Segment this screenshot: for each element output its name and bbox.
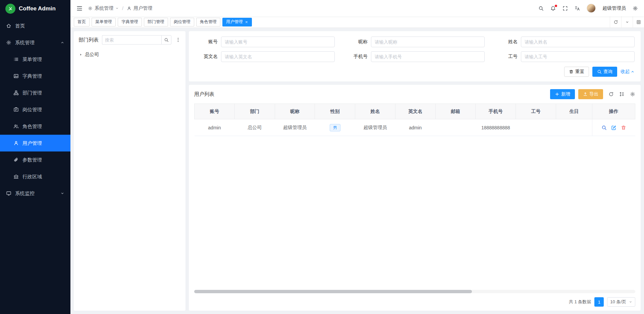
horizontal-scrollbar-track[interactable] [194,290,635,293]
fullscreen-icon [562,6,568,11]
cell-operations [592,119,635,136]
tree-node-label: 总公司 [85,52,99,58]
field-account: 账号 [195,37,335,47]
column-header: 操作 [592,104,635,119]
column-header: 生日 [556,104,592,119]
tab-role-mgmt[interactable]: 角色管理 [196,18,220,26]
tab-menu-mgmt[interactable]: 菜单管理 [92,18,116,26]
sidebar-item-dict-mgmt[interactable]: 字典管理 [0,68,70,84]
fullscreen-button[interactable] [562,6,568,11]
trash-icon [621,125,626,130]
tab-close-icon[interactable] [245,20,248,24]
edit-icon [611,125,616,130]
department-more-button[interactable] [175,37,181,43]
people-icon [13,124,19,129]
cell-name: 超级管理员 [355,119,395,136]
cell-english-name: admin [395,119,435,136]
home-icon [6,23,11,28]
translate-button[interactable] [575,6,580,11]
topbar: 系统管理 / 用户管理 超级管理员 [70,0,644,16]
department-tree: 总公司 [74,48,185,61]
column-header: 昵称 [275,104,315,119]
export-button[interactable]: 导出 [578,89,603,99]
field-label: 昵称 [345,39,371,45]
caret-right-icon[interactable] [79,53,83,56]
row-height-button[interactable] [619,91,625,97]
sidebar-item-admin-region[interactable]: 行政区域 [0,168,70,185]
tree-node-head-office[interactable]: 总公司 [76,49,183,60]
table-settings-button[interactable] [630,91,635,97]
sidebar-item-user-mgmt[interactable]: 用户管理 [0,135,70,151]
name-input[interactable] [521,37,635,47]
add-user-button[interactable]: 新增 [550,89,575,99]
page-size-select[interactable]: 10 条/页 [607,297,635,307]
column-header: 邮箱 [435,104,476,119]
phone-input[interactable] [371,51,485,62]
view-user-button[interactable] [601,125,607,130]
table-refresh-button[interactable] [608,91,614,97]
pagination-total: 共 1 条数据 [569,299,591,305]
sidebar-collapse-button[interactable] [76,5,83,11]
field-work-no: 工号 [495,51,635,62]
user-list-card: 用户列表 新增 导出 [189,85,641,311]
user-name[interactable]: 超级管理员 [602,5,626,11]
department-search-input[interactable] [102,35,161,45]
global-search-button[interactable] [538,6,544,11]
reset-button[interactable]: 重置 [564,67,589,77]
query-button[interactable]: 查询 [592,67,617,77]
tab-dict-mgmt[interactable]: 字典管理 [118,18,142,26]
work-no-input[interactable] [521,51,635,62]
tab-home[interactable]: 首页 [74,18,90,26]
sidebar-item-param-mgmt[interactable]: 参数管理 [0,151,70,168]
search-form-card: 账号 昵称 姓名 英文名 [189,31,641,81]
right-column: 账号 昵称 姓名 英文名 [189,31,641,311]
field-label: 姓名 [495,39,521,45]
department-search-button[interactable] [161,35,171,45]
edit-user-button[interactable] [611,125,616,130]
notification-badge [555,5,557,7]
page-1-button[interactable]: 1 [594,297,604,307]
app-logo[interactable]: Coffee Admin [0,0,70,17]
breadcrumb-item-system[interactable]: 系统管理 [95,5,113,11]
cell-nickname: 超级管理员 [275,119,315,136]
tabs-menu-button[interactable] [621,16,633,27]
sidebar-item-label: 岗位管理 [22,107,64,113]
content-maximize-button[interactable] [633,16,644,27]
column-header: 账号 [195,104,235,119]
delete-user-button[interactable] [621,125,626,130]
account-input[interactable] [221,37,335,47]
sidebar-item-system-monitor[interactable]: 系统监控 [0,185,70,202]
sidebar-item-role-mgmt[interactable]: 角色管理 [0,118,70,135]
tab-user-mgmt[interactable]: 用户管理 [222,18,252,26]
tab-dept-mgmt[interactable]: 部门管理 [144,18,168,26]
tabbar-actions [610,16,644,27]
sidebar-item-menu-mgmt[interactable]: 菜单管理 [0,51,70,68]
gear-icon [88,6,93,11]
column-header: 英文名 [395,104,435,119]
tabs-refresh-button[interactable] [610,16,621,27]
horizontal-scrollbar-thumb[interactable] [194,290,472,293]
field-label: 手机号 [345,54,371,60]
maximize-icon [636,20,641,24]
cell-phone: 18888888888 [476,119,516,136]
english-name-input[interactable] [221,51,335,62]
collapse-form-button[interactable]: 收起 [621,69,635,75]
avatar[interactable] [587,4,596,13]
search-icon [164,38,169,42]
settings-button[interactable] [633,6,638,11]
sidebar-item-dept-mgmt[interactable]: 部门管理 [0,84,70,101]
field-label: 账号 [195,39,221,45]
main-area: 系统管理 / 用户管理 超级管理员 [70,0,644,314]
tab-post-mgmt[interactable]: 岗位管理 [170,18,194,26]
nickname-input[interactable] [371,37,485,47]
notifications-button[interactable] [550,6,556,11]
sidebar-item-home[interactable]: 首页 [0,17,70,34]
content: 部门列表 总公司 [70,28,644,314]
field-label: 英文名 [195,54,221,60]
sidebar-item-post-mgmt[interactable]: 岗位管理 [0,101,70,118]
chevron-up-icon [631,70,635,74]
cell-gender: 男 [315,119,355,136]
chevron-up-icon [60,41,64,45]
sidebar-item-system-mgmt[interactable]: 系统管理 [0,34,70,51]
cell-birthday [556,119,592,136]
